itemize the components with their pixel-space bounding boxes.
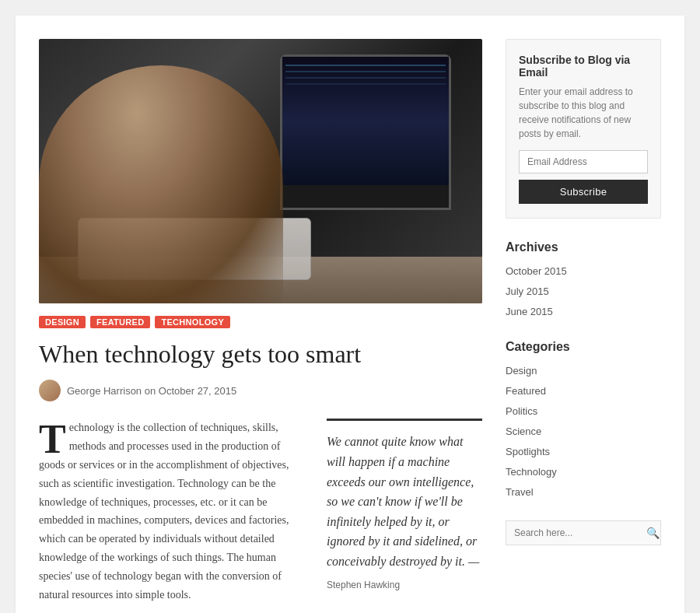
article-title: When technology gets too smart <box>39 339 482 369</box>
email-input[interactable] <box>519 150 648 173</box>
archive-list: October 2015 July 2015 June 2015 <box>506 264 661 318</box>
archive-item-june: June 2015 <box>506 304 661 318</box>
tag-technology[interactable]: Technology <box>155 316 230 328</box>
category-link-travel[interactable]: Travel <box>506 486 534 498</box>
author-text: George Harrison on October 27, 2015 <box>67 385 236 397</box>
subscribe-title: Subscribe to Blog via Email <box>519 54 648 79</box>
category-link-design[interactable]: Design <box>506 365 537 377</box>
category-item-design: Design <box>506 363 661 377</box>
category-item-technology: Technology <box>506 464 661 478</box>
category-item-politics: Politics <box>506 404 661 418</box>
search-icon: 🔍 <box>646 527 660 539</box>
search-input[interactable] <box>506 522 639 544</box>
article-right-column: We cannot quite know what will happen if… <box>327 419 482 604</box>
archive-item-july: July 2015 <box>506 284 661 298</box>
category-list: Design Featured Politics Science Spotlig… <box>506 363 661 499</box>
category-link-spotlights[interactable]: Spotlights <box>506 446 550 457</box>
search-box: 🔍 <box>506 520 661 545</box>
hero-monitor-screen <box>282 57 449 185</box>
subscribe-button[interactable]: Subscribe <box>519 180 648 204</box>
article-left-column: Technology is the collection of techniqu… <box>39 419 308 604</box>
blockquote-author: Stephen Hawking <box>327 580 482 590</box>
author-row: George Harrison on October 27, 2015 <box>39 380 482 401</box>
categories-widget: Categories Design Featured Politics Scie… <box>506 340 661 499</box>
blockquote-text: We cannot quite know what will happen if… <box>327 432 482 571</box>
category-link-politics[interactable]: Politics <box>506 405 537 417</box>
category-link-science[interactable]: Science <box>506 426 541 437</box>
archives-widget: Archives October 2015 July 2015 June 201… <box>506 240 661 318</box>
archive-link-october[interactable]: October 2015 <box>506 265 567 277</box>
category-link-featured[interactable]: Featured <box>506 385 546 397</box>
category-link-technology[interactable]: Technology <box>506 466 557 478</box>
tag-design[interactable]: Design <box>39 316 86 328</box>
category-item-spotlights: Spotlights <box>506 444 661 458</box>
article-body: Technology is the collection of techniqu… <box>39 419 482 604</box>
categories-title: Categories <box>506 340 661 354</box>
drop-cap: T <box>39 423 66 456</box>
category-item-science: Science <box>506 424 661 438</box>
hero-image <box>39 39 482 303</box>
main-content: Design Featured Technology When technolo… <box>39 39 482 604</box>
hero-monitor <box>280 54 451 210</box>
category-item-featured: Featured <box>506 384 661 398</box>
subscribe-widget: Subscribe to Blog via Email Enter your e… <box>506 39 661 219</box>
tag-featured[interactable]: Featured <box>90 316 150 328</box>
archive-item-october: October 2015 <box>506 264 661 278</box>
archive-link-july[interactable]: July 2015 <box>506 285 549 297</box>
sidebar: Subscribe to Blog via Email Enter your e… <box>506 39 661 604</box>
hero-person <box>39 65 283 303</box>
search-button[interactable]: 🔍 <box>639 521 667 545</box>
blockquote-box: We cannot quite know what will happen if… <box>327 419 482 590</box>
archives-title: Archives <box>506 240 661 254</box>
article-body-text: Technology is the collection of techniqu… <box>39 419 308 604</box>
category-item-travel: Travel <box>506 485 661 499</box>
article-tags: Design Featured Technology <box>39 316 482 328</box>
subscribe-description: Enter your email address to subscribe to… <box>519 85 648 141</box>
author-avatar <box>39 380 61 401</box>
page-wrapper: Design Featured Technology When technolo… <box>16 16 684 613</box>
archive-link-june[interactable]: June 2015 <box>506 306 553 317</box>
